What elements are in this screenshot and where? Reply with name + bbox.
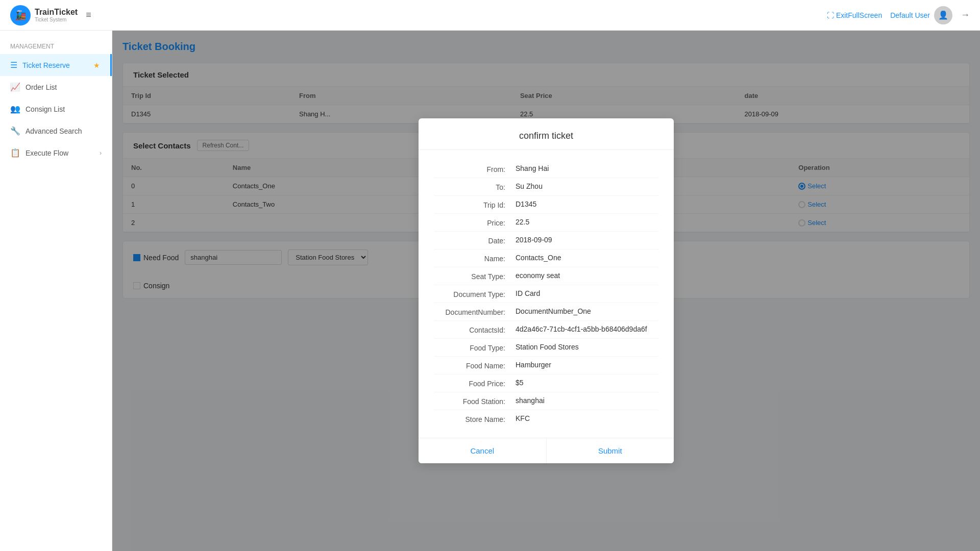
main-content: Ticket Booking Ticket Selected Trip Id F…: [112, 31, 980, 551]
sidebar-item-label: Advanced Search: [26, 127, 82, 135]
sidebar-item-execute-flow[interactable]: 📋 Execute Flow ›: [0, 142, 112, 164]
modal-row-date: Date: 2018-09-09: [434, 232, 658, 249]
modal-row-to: To: Su Zhou: [434, 178, 658, 196]
logout-icon[interactable]: →: [961, 10, 970, 20]
logo-title: TrainTicket: [35, 8, 78, 17]
modal-label-to: To:: [434, 182, 516, 191]
modal-row-food-station: Food Station: shanghai: [434, 392, 658, 410]
modal-value-contacts-id: 4d2a46c7-71cb-4cf1-a5bb-b68406d9da6f: [516, 325, 658, 333]
exit-fullscreen-label: ExitFullScreen: [836, 11, 882, 19]
modal-label-seat-type: Seat Type:: [434, 271, 516, 281]
modal-value-seat-type: economy seat: [516, 271, 658, 280]
modal-value-food-price: $5: [516, 379, 658, 387]
header-right: ⛶ ExitFullScreen Default User 👤 →: [827, 6, 970, 24]
sidebar-item-label: Consign List: [26, 105, 65, 113]
modal-row-name: Name: Contacts_One: [434, 249, 658, 267]
confirm-ticket-modal: confirm ticket From: Shang Hai To: Su Zh…: [419, 118, 674, 463]
avatar: 👤: [934, 6, 952, 24]
logo: 🚂 TrainTicket Ticket System: [10, 5, 78, 26]
modal-row-food-name: Food Name: Hamburger: [434, 357, 658, 374]
modal-label-food-type: Food Type:: [434, 343, 516, 352]
modal-value-trip-id: D1345: [516, 200, 658, 208]
modal-label-doc-number: DocumentNumber:: [434, 307, 516, 316]
modal-value-doc-type: ID Card: [516, 289, 658, 297]
modal-label-trip-id: Trip Id:: [434, 200, 516, 209]
sidebar-item-ticket-reserve[interactable]: ☰ Ticket Reserve ★: [0, 54, 112, 76]
modal-label-contacts-id: ContactsId:: [434, 325, 516, 334]
modal-label-price: Price:: [434, 218, 516, 227]
modal-label-from: From:: [434, 164, 516, 173]
logo-icon: 🚂: [10, 5, 31, 26]
submit-button[interactable]: Submit: [547, 438, 674, 463]
modal-value-food-type: Station Food Stores: [516, 343, 658, 351]
chevron-right-icon: ›: [100, 149, 102, 157]
modal-overlay: confirm ticket From: Shang Hai To: Su Zh…: [112, 31, 980, 551]
modal-label-food-name: Food Name:: [434, 361, 516, 370]
train-icon: 🚂: [15, 10, 26, 21]
modal-row-food-type: Food Type: Station Food Stores: [434, 339, 658, 357]
modal-title: confirm ticket: [419, 118, 674, 150]
modal-label-food-station: Food Station:: [434, 396, 516, 406]
cancel-button[interactable]: Cancel: [419, 438, 547, 463]
modal-row-contacts-id: ContactsId: 4d2a46c7-71cb-4cf1-a5bb-b684…: [434, 321, 658, 339]
modal-row-doc-number: DocumentNumber: DocumentNumber_One: [434, 303, 658, 321]
modal-value-food-station: shanghai: [516, 396, 658, 405]
modal-body: From: Shang Hai To: Su Zhou Trip Id: D13…: [419, 150, 674, 438]
sidebar-item-consign-list[interactable]: 👥 Consign List: [0, 98, 112, 120]
modal-label-store-name: Store Name:: [434, 414, 516, 423]
modal-row-price: Price: 22.5: [434, 214, 658, 232]
modal-value-price: 22.5: [516, 218, 658, 226]
modal-value-date: 2018-09-09: [516, 236, 658, 244]
sidebar-item-label: Order List: [26, 83, 57, 91]
modal-row-trip-id: Trip Id: D1345: [434, 196, 658, 214]
exit-fullscreen-button[interactable]: ⛶ ExitFullScreen: [827, 11, 882, 19]
modal-row-from: From: Shang Hai: [434, 160, 658, 178]
sidebar-item-label: Execute Flow: [26, 149, 68, 157]
sidebar-item-advanced-search[interactable]: 🔧 Advanced Search: [0, 120, 112, 142]
modal-row-seat-type: Seat Type: economy seat: [434, 267, 658, 285]
modal-value-name: Contacts_One: [516, 254, 658, 262]
fullscreen-icon: ⛶: [827, 11, 834, 19]
modal-row-food-price: Food Price: $5: [434, 374, 658, 392]
star-icon: ★: [93, 61, 100, 69]
modal-value-from: Shang Hai: [516, 164, 658, 172]
execute-flow-icon: 📋: [10, 148, 20, 158]
logo-text: TrainTicket Ticket System: [35, 8, 78, 22]
order-list-icon: 📈: [10, 82, 20, 92]
modal-label-doc-type: Document Type:: [434, 289, 516, 298]
modal-row-store-name: Store Name: KFC: [434, 410, 658, 428]
sidebar-section-title: Management: [0, 39, 112, 54]
consign-list-icon: 👥: [10, 104, 20, 114]
header-left: 🚂 TrainTicket Ticket System ≡: [10, 5, 91, 26]
modal-footer: Cancel Submit: [419, 438, 674, 463]
modal-value-to: Su Zhou: [516, 182, 658, 190]
modal-value-doc-number: DocumentNumber_One: [516, 307, 658, 315]
logo-subtitle: Ticket System: [35, 17, 78, 22]
advanced-search-icon: 🔧: [10, 126, 20, 136]
sidebar-item-order-list[interactable]: 📈 Order List: [0, 76, 112, 98]
user-name: Default User: [890, 11, 930, 19]
sidebar-item-label: Ticket Reserve: [22, 61, 70, 69]
modal-value-food-name: Hamburger: [516, 361, 658, 369]
header: 🚂 TrainTicket Ticket System ≡ ⛶ ExitFull…: [0, 0, 980, 31]
menu-icon[interactable]: ≡: [86, 10, 91, 20]
sidebar: Management ☰ Ticket Reserve ★ 📈 Order Li…: [0, 31, 112, 551]
modal-label-food-price: Food Price:: [434, 379, 516, 388]
ticket-reserve-icon: ☰: [10, 60, 17, 70]
modal-row-doc-type: Document Type: ID Card: [434, 285, 658, 303]
modal-label-date: Date:: [434, 236, 516, 245]
modal-label-name: Name:: [434, 254, 516, 263]
user-info[interactable]: Default User 👤: [890, 6, 952, 24]
layout: Management ☰ Ticket Reserve ★ 📈 Order Li…: [0, 31, 980, 551]
modal-value-store-name: KFC: [516, 414, 658, 422]
